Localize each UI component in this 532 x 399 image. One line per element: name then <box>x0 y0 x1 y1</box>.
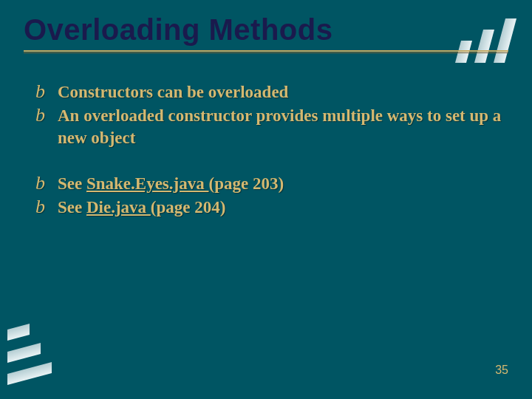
prefix-text: See <box>58 174 86 193</box>
bullet-item: b See Die.java (page 204) <box>35 197 510 219</box>
suffix-text: (page 204) <box>151 198 226 216</box>
bullet-icon: b <box>35 81 58 102</box>
bullet-text: See Snake.Eyes.java (page 203) <box>58 173 284 195</box>
bullet-group-1: b Constructors can be overloaded b An ov… <box>35 81 510 149</box>
bullet-icon: b <box>35 173 58 194</box>
decorative-bars-top <box>451 18 525 63</box>
prefix-text: See <box>58 198 86 216</box>
decorative-bars-bottom <box>7 319 52 393</box>
bullet-icon: b <box>35 105 58 126</box>
title-underline <box>24 50 508 53</box>
page-number: 35 <box>495 364 508 377</box>
bullet-item: b See Snake.Eyes.java (page 203) <box>35 173 510 195</box>
suffix-text: (page 203) <box>208 174 284 193</box>
bullet-item: b Constructors can be overloaded <box>35 81 510 103</box>
bullet-item: b An overloaded constructor provides mul… <box>35 105 510 149</box>
bullet-text: Constructors can be overloaded <box>58 81 288 103</box>
link-text: Die.java <box>86 198 151 216</box>
bullet-icon: b <box>35 197 58 217</box>
bullet-text: An overloaded constructor provides multi… <box>58 105 510 149</box>
slide-content: b Constructors can be overloaded b An ov… <box>35 81 510 242</box>
slide-title: Overloading Methods <box>24 13 332 47</box>
bullet-text: See Die.java (page 204) <box>58 197 225 219</box>
bullet-group-2: b See Snake.Eyes.java (page 203) b See D… <box>35 173 510 219</box>
link-text: Snake.Eyes.java <box>86 174 209 193</box>
